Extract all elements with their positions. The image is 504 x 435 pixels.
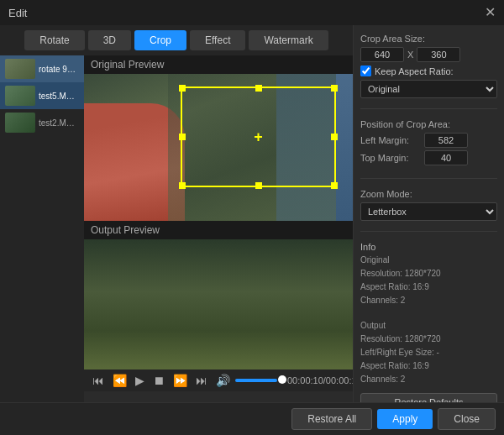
original-channels: Channels: 2 (360, 294, 497, 307)
crop-handle-lm[interactable] (179, 134, 186, 140)
keep-aspect-ratio-label: Keep Aspect Ratio: (375, 66, 454, 76)
volume-bar[interactable] (235, 379, 277, 382)
zoom-mode-select[interactable]: Letterbox (360, 202, 497, 221)
window-title: Edit (8, 7, 27, 19)
tab-watermark[interactable]: Watermark (249, 30, 328, 50)
time-display: 00:00:10/00:00:15 (287, 375, 353, 385)
info-header: Info (360, 242, 497, 252)
zoom-mode-section: Zoom Mode: Letterbox (360, 189, 497, 221)
crop-handle-tl[interactable] (179, 85, 186, 92)
crop-selection-box[interactable]: + (181, 86, 336, 187)
crop-size-label: Crop Area Size: (360, 34, 497, 44)
file-item-1[interactable]: test5.M2TS (0, 82, 84, 109)
title-bar: Edit ✕ (0, 0, 504, 25)
tab-bar: Rotate 3D Crop Effect Watermark (0, 25, 353, 55)
restore-all-button[interactable]: Restore All (291, 408, 372, 430)
output-channels: Channels: 2 (360, 373, 497, 386)
crop-height-input[interactable] (417, 47, 460, 62)
crop-width-input[interactable] (360, 47, 404, 62)
tab-3d[interactable]: 3D (88, 30, 131, 50)
file-name-1: test5.M2TS (39, 92, 79, 101)
top-margin-label: Top Margin: (360, 153, 421, 163)
apply-button[interactable]: Apply (377, 409, 433, 429)
window-close-button[interactable]: ✕ (485, 6, 496, 19)
crop-handle-br[interactable] (331, 182, 338, 189)
top-margin-input[interactable] (424, 150, 468, 165)
crop-handle-tm[interactable] (255, 85, 262, 92)
file-thumb-2 (5, 113, 35, 133)
left-margin-row: Left Margin: (360, 133, 497, 148)
step-back-button[interactable]: ⏪ (111, 374, 129, 387)
info-section: Info Original Resolution: 1280*720 Aspec… (360, 242, 497, 386)
output-preview-label: Output Preview (84, 221, 353, 239)
zoom-mode-label: Zoom Mode: (360, 189, 497, 199)
play-button[interactable]: ▶ (134, 374, 146, 387)
stop-button[interactable]: ⏹ (151, 374, 166, 387)
crop-center-icon: + (254, 128, 263, 146)
settings-panel: Crop Area Size: X Keep Aspect Ratio: Ori… (353, 25, 504, 402)
original-preview-label: Original Preview (84, 55, 353, 74)
original-info: Original Resolution: 1280*720 Aspect Rat… (360, 254, 497, 307)
progress-thumb (278, 375, 286, 384)
divider-1 (360, 108, 497, 109)
position-label: Position of Crop Area: (360, 119, 497, 129)
aspect-ratio-select[interactable]: Original (360, 80, 497, 98)
tab-crop[interactable]: Crop (134, 30, 186, 50)
size-separator: X (407, 50, 413, 60)
output-info-header: Output (360, 319, 497, 333)
tab-effect[interactable]: Effect (190, 30, 245, 50)
left-margin-label: Left Margin: (360, 135, 421, 145)
file-thumb-1 (5, 86, 35, 106)
original-preview: + (84, 74, 353, 221)
file-thumb-0 (5, 59, 35, 79)
keep-aspect-ratio-checkbox[interactable] (360, 66, 371, 76)
top-margin-row: Top Margin: (360, 150, 497, 165)
preview-container: Original Preview (84, 55, 353, 402)
crop-handle-bm[interactable] (255, 182, 262, 189)
original-info-header: Original (360, 254, 497, 267)
step-forward-button[interactable]: ⏩ (171, 374, 189, 387)
output-aspect-ratio: Aspect Ratio: 16:9 (360, 359, 497, 373)
crop-handle-rm[interactable] (331, 134, 338, 140)
tab-rotate[interactable]: Rotate (24, 30, 84, 50)
left-margin-input[interactable] (424, 133, 468, 148)
file-name-2: test2.M2TS (39, 118, 79, 128)
skip-start-button[interactable]: ⏮ (91, 374, 106, 387)
crop-handle-bl[interactable] (179, 182, 186, 189)
restore-defaults-button[interactable]: Restore Defaults (360, 393, 497, 402)
skip-end-button[interactable]: ⏭ (194, 374, 209, 387)
file-list: rotate 90[89]... test5.M2TS test2.M2TS (0, 55, 84, 402)
file-name-0: rotate 90[89]... (39, 65, 79, 74)
crop-handle-tr[interactable] (331, 85, 338, 92)
output-resolution: Resolution: 1280*720 (360, 333, 497, 346)
output-info: Output Resolution: 1280*720 Left/Right E… (360, 319, 497, 386)
original-aspect-ratio: Aspect Ratio: 16:9 (360, 280, 497, 294)
keep-aspect-ratio-row: Keep Aspect Ratio: (360, 66, 497, 76)
file-item-2[interactable]: test2.M2TS (0, 109, 84, 136)
volume-icon[interactable]: 🔊 (214, 374, 232, 387)
volume-control: 🔊 (214, 374, 277, 387)
divider-2 (360, 178, 497, 179)
playback-controls: ⏮ ⏪ ▶ ⏹ ⏩ ⏭ 🔊 00 (84, 369, 353, 391)
output-lr-eye: Left/Right Eye Size: - (360, 346, 497, 359)
original-resolution: Resolution: 1280*720 (360, 267, 497, 280)
position-section: Position of Crop Area: Left Margin: Top … (360, 119, 497, 168)
file-item-0[interactable]: rotate 90[89]... (0, 55, 84, 82)
output-preview (84, 239, 353, 369)
divider-3 (360, 231, 497, 232)
crop-area-size-section: Crop Area Size: X Keep Aspect Ratio: Ori… (360, 34, 497, 98)
close-button[interactable]: Close (438, 408, 496, 430)
crop-size-row: X (360, 47, 497, 62)
action-bar: Restore All Apply Close (0, 402, 504, 435)
